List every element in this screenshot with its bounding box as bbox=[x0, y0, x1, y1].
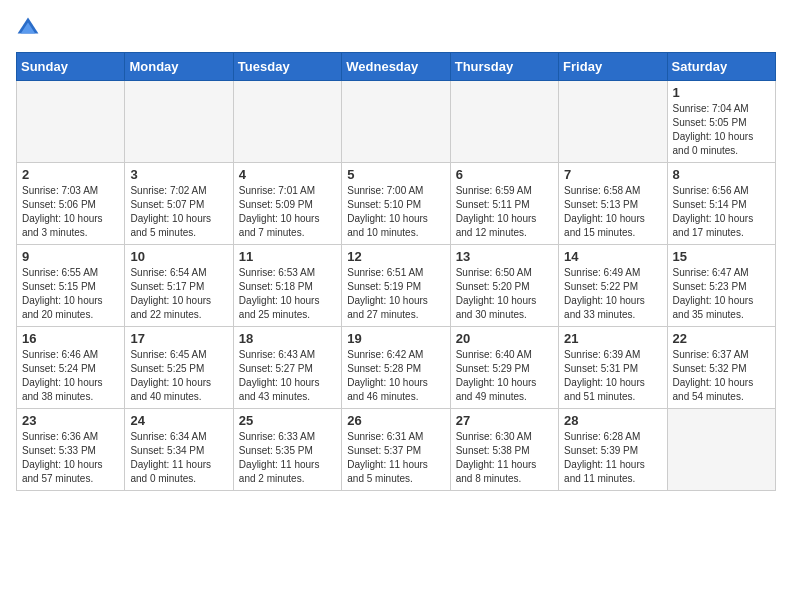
day-number: 1 bbox=[673, 85, 770, 100]
calendar-cell: 27Sunrise: 6:30 AM Sunset: 5:38 PM Dayli… bbox=[450, 409, 558, 491]
day-info: Sunrise: 6:49 AM Sunset: 5:22 PM Dayligh… bbox=[564, 266, 661, 322]
day-number: 17 bbox=[130, 331, 227, 346]
calendar-cell: 22Sunrise: 6:37 AM Sunset: 5:32 PM Dayli… bbox=[667, 327, 775, 409]
day-info: Sunrise: 6:28 AM Sunset: 5:39 PM Dayligh… bbox=[564, 430, 661, 486]
day-number: 23 bbox=[22, 413, 119, 428]
day-number: 10 bbox=[130, 249, 227, 264]
calendar-week-row: 16Sunrise: 6:46 AM Sunset: 5:24 PM Dayli… bbox=[17, 327, 776, 409]
day-number: 11 bbox=[239, 249, 336, 264]
calendar-cell: 7Sunrise: 6:58 AM Sunset: 5:13 PM Daylig… bbox=[559, 163, 667, 245]
day-info: Sunrise: 7:04 AM Sunset: 5:05 PM Dayligh… bbox=[673, 102, 770, 158]
day-info: Sunrise: 6:55 AM Sunset: 5:15 PM Dayligh… bbox=[22, 266, 119, 322]
day-number: 20 bbox=[456, 331, 553, 346]
day-info: Sunrise: 7:02 AM Sunset: 5:07 PM Dayligh… bbox=[130, 184, 227, 240]
calendar-cell: 19Sunrise: 6:42 AM Sunset: 5:28 PM Dayli… bbox=[342, 327, 450, 409]
calendar-cell bbox=[17, 81, 125, 163]
calendar-cell: 24Sunrise: 6:34 AM Sunset: 5:34 PM Dayli… bbox=[125, 409, 233, 491]
day-number: 16 bbox=[22, 331, 119, 346]
weekday-header-tuesday: Tuesday bbox=[233, 53, 341, 81]
day-info: Sunrise: 6:34 AM Sunset: 5:34 PM Dayligh… bbox=[130, 430, 227, 486]
day-number: 12 bbox=[347, 249, 444, 264]
day-info: Sunrise: 6:50 AM Sunset: 5:20 PM Dayligh… bbox=[456, 266, 553, 322]
day-number: 8 bbox=[673, 167, 770, 182]
day-number: 24 bbox=[130, 413, 227, 428]
calendar-cell: 23Sunrise: 6:36 AM Sunset: 5:33 PM Dayli… bbox=[17, 409, 125, 491]
calendar-cell bbox=[125, 81, 233, 163]
weekday-header-wednesday: Wednesday bbox=[342, 53, 450, 81]
calendar-week-row: 2Sunrise: 7:03 AM Sunset: 5:06 PM Daylig… bbox=[17, 163, 776, 245]
day-info: Sunrise: 6:47 AM Sunset: 5:23 PM Dayligh… bbox=[673, 266, 770, 322]
calendar: SundayMondayTuesdayWednesdayThursdayFrid… bbox=[16, 52, 776, 491]
weekday-header-sunday: Sunday bbox=[17, 53, 125, 81]
day-number: 26 bbox=[347, 413, 444, 428]
day-info: Sunrise: 7:00 AM Sunset: 5:10 PM Dayligh… bbox=[347, 184, 444, 240]
calendar-cell: 2Sunrise: 7:03 AM Sunset: 5:06 PM Daylig… bbox=[17, 163, 125, 245]
calendar-week-row: 23Sunrise: 6:36 AM Sunset: 5:33 PM Dayli… bbox=[17, 409, 776, 491]
day-number: 15 bbox=[673, 249, 770, 264]
day-number: 2 bbox=[22, 167, 119, 182]
day-number: 19 bbox=[347, 331, 444, 346]
calendar-cell: 6Sunrise: 6:59 AM Sunset: 5:11 PM Daylig… bbox=[450, 163, 558, 245]
calendar-cell: 17Sunrise: 6:45 AM Sunset: 5:25 PM Dayli… bbox=[125, 327, 233, 409]
day-info: Sunrise: 6:46 AM Sunset: 5:24 PM Dayligh… bbox=[22, 348, 119, 404]
logo bbox=[16, 16, 44, 40]
day-number: 18 bbox=[239, 331, 336, 346]
day-number: 22 bbox=[673, 331, 770, 346]
day-info: Sunrise: 6:54 AM Sunset: 5:17 PM Dayligh… bbox=[130, 266, 227, 322]
calendar-cell: 28Sunrise: 6:28 AM Sunset: 5:39 PM Dayli… bbox=[559, 409, 667, 491]
calendar-cell: 26Sunrise: 6:31 AM Sunset: 5:37 PM Dayli… bbox=[342, 409, 450, 491]
day-info: Sunrise: 6:37 AM Sunset: 5:32 PM Dayligh… bbox=[673, 348, 770, 404]
calendar-cell bbox=[450, 81, 558, 163]
day-info: Sunrise: 6:31 AM Sunset: 5:37 PM Dayligh… bbox=[347, 430, 444, 486]
day-number: 9 bbox=[22, 249, 119, 264]
day-info: Sunrise: 6:53 AM Sunset: 5:18 PM Dayligh… bbox=[239, 266, 336, 322]
calendar-cell: 4Sunrise: 7:01 AM Sunset: 5:09 PM Daylig… bbox=[233, 163, 341, 245]
day-info: Sunrise: 6:33 AM Sunset: 5:35 PM Dayligh… bbox=[239, 430, 336, 486]
weekday-header-monday: Monday bbox=[125, 53, 233, 81]
calendar-cell: 21Sunrise: 6:39 AM Sunset: 5:31 PM Dayli… bbox=[559, 327, 667, 409]
page-header bbox=[16, 16, 776, 40]
day-number: 14 bbox=[564, 249, 661, 264]
calendar-cell: 1Sunrise: 7:04 AM Sunset: 5:05 PM Daylig… bbox=[667, 81, 775, 163]
day-info: Sunrise: 6:56 AM Sunset: 5:14 PM Dayligh… bbox=[673, 184, 770, 240]
calendar-cell: 16Sunrise: 6:46 AM Sunset: 5:24 PM Dayli… bbox=[17, 327, 125, 409]
weekday-header-friday: Friday bbox=[559, 53, 667, 81]
day-number: 4 bbox=[239, 167, 336, 182]
calendar-cell: 13Sunrise: 6:50 AM Sunset: 5:20 PM Dayli… bbox=[450, 245, 558, 327]
day-info: Sunrise: 7:03 AM Sunset: 5:06 PM Dayligh… bbox=[22, 184, 119, 240]
day-info: Sunrise: 6:59 AM Sunset: 5:11 PM Dayligh… bbox=[456, 184, 553, 240]
day-info: Sunrise: 6:39 AM Sunset: 5:31 PM Dayligh… bbox=[564, 348, 661, 404]
calendar-cell bbox=[342, 81, 450, 163]
calendar-cell: 12Sunrise: 6:51 AM Sunset: 5:19 PM Dayli… bbox=[342, 245, 450, 327]
calendar-cell bbox=[667, 409, 775, 491]
weekday-header-saturday: Saturday bbox=[667, 53, 775, 81]
calendar-cell: 8Sunrise: 6:56 AM Sunset: 5:14 PM Daylig… bbox=[667, 163, 775, 245]
logo-icon bbox=[16, 16, 40, 40]
day-info: Sunrise: 6:40 AM Sunset: 5:29 PM Dayligh… bbox=[456, 348, 553, 404]
calendar-cell: 14Sunrise: 6:49 AM Sunset: 5:22 PM Dayli… bbox=[559, 245, 667, 327]
calendar-cell bbox=[559, 81, 667, 163]
day-number: 27 bbox=[456, 413, 553, 428]
day-number: 21 bbox=[564, 331, 661, 346]
day-number: 13 bbox=[456, 249, 553, 264]
day-number: 7 bbox=[564, 167, 661, 182]
day-info: Sunrise: 6:43 AM Sunset: 5:27 PM Dayligh… bbox=[239, 348, 336, 404]
calendar-cell: 15Sunrise: 6:47 AM Sunset: 5:23 PM Dayli… bbox=[667, 245, 775, 327]
calendar-cell: 3Sunrise: 7:02 AM Sunset: 5:07 PM Daylig… bbox=[125, 163, 233, 245]
day-info: Sunrise: 7:01 AM Sunset: 5:09 PM Dayligh… bbox=[239, 184, 336, 240]
day-info: Sunrise: 6:51 AM Sunset: 5:19 PM Dayligh… bbox=[347, 266, 444, 322]
calendar-cell: 18Sunrise: 6:43 AM Sunset: 5:27 PM Dayli… bbox=[233, 327, 341, 409]
day-number: 6 bbox=[456, 167, 553, 182]
weekday-header-row: SundayMondayTuesdayWednesdayThursdayFrid… bbox=[17, 53, 776, 81]
day-info: Sunrise: 6:30 AM Sunset: 5:38 PM Dayligh… bbox=[456, 430, 553, 486]
calendar-cell: 10Sunrise: 6:54 AM Sunset: 5:17 PM Dayli… bbox=[125, 245, 233, 327]
day-number: 5 bbox=[347, 167, 444, 182]
calendar-cell: 5Sunrise: 7:00 AM Sunset: 5:10 PM Daylig… bbox=[342, 163, 450, 245]
calendar-cell: 25Sunrise: 6:33 AM Sunset: 5:35 PM Dayli… bbox=[233, 409, 341, 491]
day-info: Sunrise: 6:58 AM Sunset: 5:13 PM Dayligh… bbox=[564, 184, 661, 240]
calendar-cell: 20Sunrise: 6:40 AM Sunset: 5:29 PM Dayli… bbox=[450, 327, 558, 409]
day-number: 3 bbox=[130, 167, 227, 182]
calendar-cell: 9Sunrise: 6:55 AM Sunset: 5:15 PM Daylig… bbox=[17, 245, 125, 327]
weekday-header-thursday: Thursday bbox=[450, 53, 558, 81]
day-info: Sunrise: 6:36 AM Sunset: 5:33 PM Dayligh… bbox=[22, 430, 119, 486]
